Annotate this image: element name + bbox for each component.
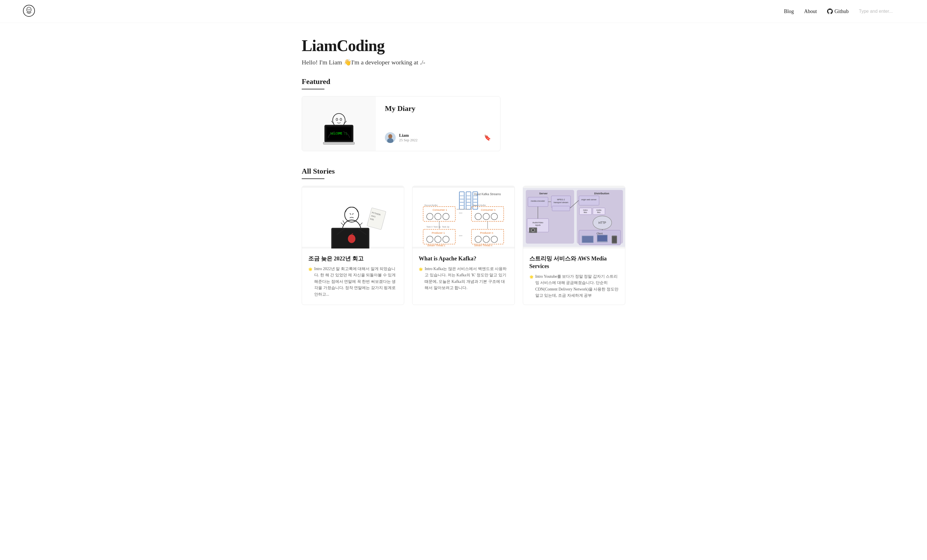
story-card-2-body: What is Apache Kafka? 🌟 Intro Kafka는 많은 … — [412, 249, 514, 297]
svg-text:Consumer 1: Consumer 1 — [433, 208, 447, 211]
svg-text:···: ··· — [459, 233, 463, 238]
svg-text:Task 1p: Task 1p — [433, 226, 441, 228]
story2-bullet: 🌟 — [419, 267, 423, 291]
svg-text:Index: Index — [583, 209, 588, 211]
featured-divider — [302, 89, 324, 90]
nav-about[interactable]: About — [804, 9, 817, 14]
author-name: Liam — [399, 133, 418, 138]
svg-point-1 — [27, 7, 31, 12]
story-card-2[interactable]: Input Kafka Streams — [412, 186, 515, 305]
svg-text:MPEG-2: MPEG-2 — [557, 199, 565, 201]
svg-rect-111 — [582, 236, 593, 243]
story-card-1-intro: 🌟 Intro 2022년 말 회고록에 대해서 알게 되었습니다. 한 해 간… — [308, 266, 398, 297]
story-card-1-image: PYTHON AWS K8S — [302, 186, 404, 249]
svg-point-2 — [28, 9, 29, 10]
svg-text:Audio/Video: Audio/Video — [532, 222, 543, 224]
featured-heading: Featured — [302, 77, 625, 86]
aws-illustration: Server Distribution media encoder MPEG-2… — [523, 186, 625, 249]
stories-divider — [302, 178, 324, 179]
site-title: LiamCoding — [302, 36, 625, 55]
svg-text:HTTP: HTTP — [598, 221, 606, 225]
svg-text:Record Buffer: Record Buffer — [473, 204, 486, 206]
svg-rect-115 — [612, 236, 617, 243]
svg-text:Record Buffer: Record Buffer — [425, 204, 438, 206]
svg-point-6 — [336, 118, 338, 121]
featured-card-image: WELCOME :) — [302, 96, 376, 151]
story-card-3[interactable]: Server Distribution media encoder MPEG-2… — [523, 186, 625, 305]
kafka-illustration: Input Kafka Streams — [412, 186, 514, 249]
svg-text:media encoder: media encoder — [531, 200, 545, 202]
all-stories-heading: All Stories — [302, 167, 625, 176]
story-card-1-title: 조금 늦은 2022년 회고 — [308, 255, 398, 263]
bookmark-icon[interactable]: 🔖 — [484, 134, 491, 141]
svg-rect-113 — [597, 235, 607, 241]
svg-point-24 — [348, 235, 356, 243]
navigation: Blog About Github — [0, 0, 927, 23]
github-icon — [827, 9, 833, 14]
story1-illustration: PYTHON AWS K8S — [302, 186, 404, 249]
svg-point-0 — [23, 5, 35, 17]
svg-point-14 — [388, 134, 392, 139]
svg-rect-29 — [412, 188, 514, 247]
svg-text:Client: Client — [596, 232, 603, 235]
hero-section: LiamCoding Hello! I'm Liam 👋I'm a develo… — [302, 36, 625, 66]
story-card-1-body: 조금 늦은 2022년 회고 🌟 Intro 2022년 말 회고록에 대해서 … — [302, 249, 404, 303]
author-info: Liam 25 Sep 2022 — [399, 133, 418, 143]
svg-text:Producer n: Producer n — [480, 231, 493, 234]
story-card-1[interactable]: PYTHON AWS K8S 조금 늦은 2022년 회고 🌟 Intro 20… — [302, 186, 404, 305]
svg-text:Task 0: Task 0 — [426, 226, 433, 228]
search-box[interactable] — [859, 9, 904, 14]
story-card-3-title: 스트리밍 서비스와 AWS Media Services — [529, 255, 619, 270]
svg-text:···: ··· — [459, 211, 463, 216]
site-subtitle: Hello! I'm Liam 👋I'm a developer working… — [302, 59, 625, 66]
nav-blog[interactable]: Blog — [784, 9, 794, 14]
featured-card-title: My Diary — [385, 105, 491, 113]
svg-text:files: files — [597, 211, 600, 213]
svg-text:inputs: inputs — [535, 224, 540, 226]
svg-text:Stream Thread 1: Stream Thread 1 — [427, 244, 445, 247]
svg-text:media: media — [596, 209, 601, 211]
story1-bullet: 🌟 — [308, 267, 313, 297]
stories-grid: PYTHON AWS K8S 조금 늦은 2022년 회고 🌟 Intro 20… — [302, 186, 625, 305]
svg-text:transport stream: transport stream — [553, 202, 568, 204]
site-logo[interactable] — [23, 5, 35, 18]
svg-point-7 — [340, 118, 342, 121]
svg-text:Input Kafka Streams: Input Kafka Streams — [474, 193, 501, 196]
story-card-3-intro: 🌟 Intro Youtube를 보다가 정말 정말 갑자기 스트리밍 서비스에… — [529, 273, 619, 299]
svg-text:Task 2p: Task 2p — [442, 226, 449, 228]
nav-github[interactable]: Github — [827, 9, 849, 14]
svg-rect-88 — [552, 206, 570, 211]
svg-text:Stream Thread n: Stream Thread n — [474, 244, 492, 247]
svg-rect-12 — [323, 142, 354, 144]
featured-card-meta: Liam 25 Sep 2022 🔖 — [385, 132, 491, 143]
nav-links: Blog About Github — [784, 9, 904, 14]
story-card-3-body: 스트리밍 서비스와 AWS Media Services 🌟 Intro You… — [523, 249, 625, 305]
author-avatar — [385, 132, 396, 143]
story3-bullet: 🌟 — [529, 274, 533, 299]
svg-point-106 — [532, 229, 534, 232]
story-card-2-image: Input Kafka Streams — [412, 186, 514, 249]
svg-text:Server: Server — [539, 192, 547, 195]
featured-card[interactable]: WELCOME :) My Diary — [302, 96, 500, 151]
story-card-3-image: Server Distribution media encoder MPEG-2… — [523, 186, 625, 249]
svg-text:files: files — [584, 211, 587, 213]
author-date: 25 Sep 2022 — [399, 138, 418, 143]
svg-text:Producer 1: Producer 1 — [432, 231, 445, 234]
story-card-2-title: What is Apache Kafka? — [419, 255, 508, 263]
svg-text:origin web server: origin web server — [581, 199, 597, 201]
featured-illustration: WELCOME :) — [308, 101, 370, 146]
featured-section: Featured WEL — [302, 77, 625, 151]
search-input[interactable] — [859, 9, 904, 14]
svg-text:Consumer n: Consumer n — [481, 208, 495, 211]
svg-point-3 — [29, 9, 30, 10]
story-card-2-intro: 🌟 Intro Kafka는 많은 서비스에서 백엔드로 사용하고 있습니다. … — [419, 266, 508, 291]
author-row: Liam 25 Sep 2022 — [385, 132, 418, 143]
featured-card-body: My Diary Liam 25 Sep 2022 — [376, 96, 500, 151]
svg-text:Distribution: Distribution — [594, 192, 609, 195]
main-content: LiamCoding Hello! I'm Liam 👋I'm a develo… — [279, 23, 648, 319]
all-stories-section: All Stories — [302, 167, 625, 305]
